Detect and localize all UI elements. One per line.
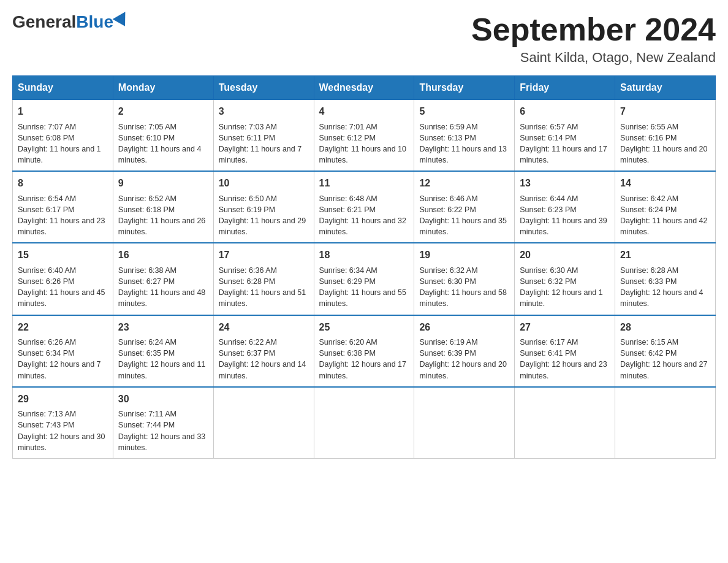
location-subtitle: Saint Kilda, Otago, New Zealand	[471, 50, 716, 66]
table-row: 6 Sunrise: 6:57 AMSunset: 6:14 PMDayligh…	[515, 100, 615, 172]
table-row: 18 Sunrise: 6:34 AMSunset: 6:29 PMDaylig…	[314, 243, 414, 315]
table-row	[414, 387, 515, 459]
header-saturday: Saturday	[615, 76, 716, 100]
calendar-row: 15 Sunrise: 6:40 AMSunset: 6:26 PMDaylig…	[13, 243, 716, 315]
table-row: 28 Sunrise: 6:15 AMSunset: 6:42 PMDaylig…	[615, 315, 716, 387]
day-number: 8	[18, 177, 108, 190]
table-row: 11 Sunrise: 6:48 AMSunset: 6:21 PMDaylig…	[314, 171, 414, 243]
logo-blue-container: Blue	[76, 12, 129, 32]
month-title: September 2024	[471, 12, 716, 47]
day-info: Sunrise: 6:36 AMSunset: 6:28 PMDaylight:…	[219, 266, 306, 308]
table-row	[213, 387, 314, 459]
day-info: Sunrise: 7:03 AMSunset: 6:11 PMDaylight:…	[219, 123, 302, 165]
day-info: Sunrise: 6:55 AMSunset: 6:16 PMDaylight:…	[620, 123, 707, 165]
table-row: 13 Sunrise: 6:44 AMSunset: 6:23 PMDaylig…	[515, 171, 615, 243]
day-number: 11	[319, 177, 409, 190]
day-info: Sunrise: 6:46 AMSunset: 6:22 PMDaylight:…	[419, 194, 506, 237]
day-number: 26	[419, 321, 509, 334]
table-row: 4 Sunrise: 7:01 AMSunset: 6:12 PMDayligh…	[314, 100, 414, 172]
table-row	[515, 387, 615, 459]
day-number: 12	[419, 177, 509, 190]
day-number: 27	[520, 321, 610, 334]
day-number: 30	[118, 393, 208, 406]
day-info: Sunrise: 6:20 AMSunset: 6:38 PMDaylight:…	[319, 338, 406, 380]
table-row: 29 Sunrise: 7:13 AMSunset: 7:43 PMDaylig…	[13, 387, 113, 459]
day-number: 21	[620, 248, 710, 262]
day-info: Sunrise: 6:24 AMSunset: 6:35 PMDaylight:…	[118, 338, 205, 380]
day-info: Sunrise: 6:30 AMSunset: 6:32 PMDaylight:…	[520, 266, 603, 308]
table-row: 26 Sunrise: 6:19 AMSunset: 6:39 PMDaylig…	[414, 315, 515, 387]
table-row: 20 Sunrise: 6:30 AMSunset: 6:32 PMDaylig…	[515, 243, 615, 315]
table-row: 21 Sunrise: 6:28 AMSunset: 6:33 PMDaylig…	[615, 243, 716, 315]
table-row: 25 Sunrise: 6:20 AMSunset: 6:38 PMDaylig…	[314, 315, 414, 387]
table-row: 3 Sunrise: 7:03 AMSunset: 6:11 PMDayligh…	[213, 100, 314, 172]
day-info: Sunrise: 6:22 AMSunset: 6:37 PMDaylight:…	[219, 338, 306, 380]
day-info: Sunrise: 7:11 AMSunset: 7:44 PMDaylight:…	[118, 410, 205, 452]
calendar-row: 29 Sunrise: 7:13 AMSunset: 7:43 PMDaylig…	[13, 387, 716, 459]
day-number: 10	[219, 177, 309, 190]
day-info: Sunrise: 7:05 AMSunset: 6:10 PMDaylight:…	[118, 123, 202, 165]
day-number: 20	[520, 248, 610, 262]
day-info: Sunrise: 6:19 AMSunset: 6:39 PMDaylight:…	[419, 338, 506, 380]
day-number: 9	[118, 177, 208, 190]
day-number: 25	[319, 321, 409, 334]
day-number: 13	[520, 177, 610, 190]
day-info: Sunrise: 7:13 AMSunset: 7:43 PMDaylight:…	[18, 410, 105, 452]
title-area: September 2024 Saint Kilda, Otago, New Z…	[471, 12, 716, 66]
page-header: General Blue September 2024 Saint Kilda,…	[12, 12, 716, 66]
day-number: 16	[118, 248, 208, 262]
logo-blue: Blue	[76, 12, 113, 32]
day-info: Sunrise: 6:42 AMSunset: 6:24 PMDaylight:…	[620, 194, 707, 237]
day-info: Sunrise: 7:07 AMSunset: 6:08 PMDaylight:…	[18, 123, 101, 165]
table-row: 8 Sunrise: 6:54 AMSunset: 6:17 PMDayligh…	[13, 171, 113, 243]
table-row: 14 Sunrise: 6:42 AMSunset: 6:24 PMDaylig…	[615, 171, 716, 243]
table-row: 19 Sunrise: 6:32 AMSunset: 6:30 PMDaylig…	[414, 243, 515, 315]
table-row: 15 Sunrise: 6:40 AMSunset: 6:26 PMDaylig…	[13, 243, 113, 315]
day-number: 2	[118, 105, 208, 118]
day-info: Sunrise: 6:34 AMSunset: 6:29 PMDaylight:…	[319, 266, 406, 308]
day-number: 1	[18, 105, 108, 118]
day-number: 18	[319, 248, 409, 262]
day-info: Sunrise: 6:15 AMSunset: 6:42 PMDaylight:…	[620, 338, 707, 380]
day-number: 14	[620, 177, 710, 190]
calendar-row: 8 Sunrise: 6:54 AMSunset: 6:17 PMDayligh…	[13, 171, 716, 243]
calendar-row: 22 Sunrise: 6:26 AMSunset: 6:34 PMDaylig…	[13, 315, 716, 387]
header-tuesday: Tuesday	[213, 76, 314, 100]
day-number: 28	[620, 321, 710, 334]
calendar-header-row: Sunday Monday Tuesday Wednesday Thursday…	[13, 76, 716, 100]
day-info: Sunrise: 6:57 AMSunset: 6:14 PMDaylight:…	[520, 123, 607, 165]
logo-general: General	[12, 12, 76, 32]
day-number: 5	[419, 105, 509, 118]
day-info: Sunrise: 6:17 AMSunset: 6:41 PMDaylight:…	[520, 338, 607, 380]
logo-triangle-icon	[113, 12, 132, 29]
table-row: 5 Sunrise: 6:59 AMSunset: 6:13 PMDayligh…	[414, 100, 515, 172]
day-info: Sunrise: 6:40 AMSunset: 6:26 PMDaylight:…	[18, 266, 105, 308]
day-number: 22	[18, 321, 108, 334]
table-row: 23 Sunrise: 6:24 AMSunset: 6:35 PMDaylig…	[113, 315, 213, 387]
table-row: 7 Sunrise: 6:55 AMSunset: 6:16 PMDayligh…	[615, 100, 716, 172]
table-row: 10 Sunrise: 6:50 AMSunset: 6:19 PMDaylig…	[213, 171, 314, 243]
day-number: 23	[118, 321, 208, 334]
day-info: Sunrise: 6:52 AMSunset: 6:18 PMDaylight:…	[118, 194, 205, 237]
day-info: Sunrise: 6:50 AMSunset: 6:19 PMDaylight:…	[219, 194, 306, 237]
day-number: 19	[419, 248, 509, 262]
table-row: 24 Sunrise: 6:22 AMSunset: 6:37 PMDaylig…	[213, 315, 314, 387]
header-monday: Monday	[113, 76, 213, 100]
table-row: 27 Sunrise: 6:17 AMSunset: 6:41 PMDaylig…	[515, 315, 615, 387]
table-row: 16 Sunrise: 6:38 AMSunset: 6:27 PMDaylig…	[113, 243, 213, 315]
header-sunday: Sunday	[13, 76, 113, 100]
day-number: 7	[620, 105, 710, 118]
table-row: 2 Sunrise: 7:05 AMSunset: 6:10 PMDayligh…	[113, 100, 213, 172]
table-row: 22 Sunrise: 6:26 AMSunset: 6:34 PMDaylig…	[13, 315, 113, 387]
logo-text: General Blue	[12, 12, 129, 32]
table-row	[615, 387, 716, 459]
header-thursday: Thursday	[414, 76, 515, 100]
day-number: 6	[520, 105, 610, 118]
day-number: 3	[219, 105, 309, 118]
table-row: 30 Sunrise: 7:11 AMSunset: 7:44 PMDaylig…	[113, 387, 213, 459]
day-info: Sunrise: 6:44 AMSunset: 6:23 PMDaylight:…	[520, 194, 607, 237]
day-number: 29	[18, 393, 108, 406]
day-number: 4	[319, 105, 409, 118]
day-info: Sunrise: 6:54 AMSunset: 6:17 PMDaylight:…	[18, 194, 105, 237]
day-info: Sunrise: 7:01 AMSunset: 6:12 PMDaylight:…	[319, 123, 406, 165]
